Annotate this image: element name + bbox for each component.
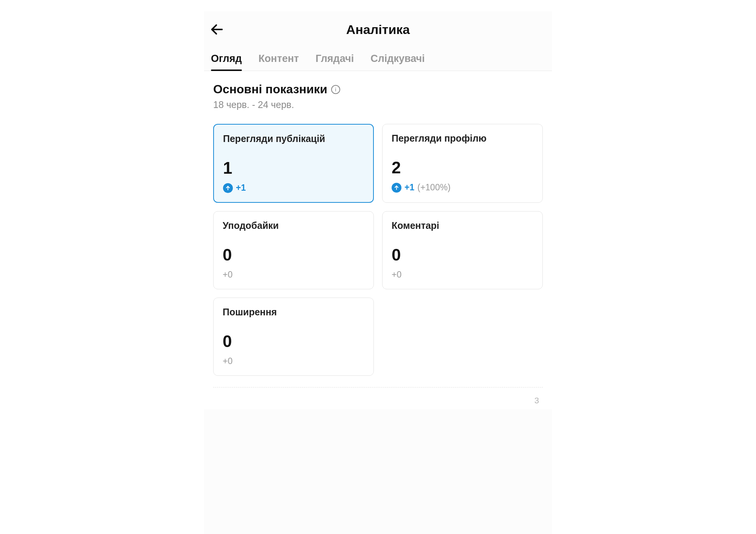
arrow-up-icon: [223, 183, 233, 193]
arrow-up-icon: [392, 183, 401, 193]
header: Аналітика: [204, 11, 552, 50]
arrow-left-icon: [209, 22, 225, 37]
page-title: Аналітика: [346, 22, 410, 37]
metric-value: 0: [392, 245, 533, 264]
metric-delta: +1 (+100%): [392, 182, 533, 193]
metric-card-likes[interactable]: Уподобайки 0 +0: [213, 211, 374, 289]
date-range: 18 черв. - 24 черв.: [213, 99, 543, 110]
metric-delta: +0: [223, 356, 364, 366]
metric-label: Коментарі: [392, 220, 533, 243]
metric-value: 1: [223, 159, 364, 177]
tabs: Огляд Контент Глядачі Слідкувачі: [204, 50, 552, 71]
tab-overview[interactable]: Огляд: [211, 50, 242, 71]
metric-delta: +0: [223, 270, 364, 280]
tab-viewers[interactable]: Глядачі: [316, 50, 354, 71]
metric-card-profile-views[interactable]: Перегляди профілю 2 +1 (+100%): [382, 124, 543, 203]
metric-label: Перегляди профілю: [392, 133, 533, 156]
metrics-grid: Перегляди публікацій 1 +1 Перегляди проф…: [213, 124, 543, 376]
metric-card-post-views[interactable]: Перегляди публікацій 1 +1: [213, 124, 374, 203]
info-icon[interactable]: i: [331, 85, 340, 94]
metric-delta-value: +0: [223, 356, 232, 366]
metric-card-comments[interactable]: Коментарі 0 +0: [382, 211, 543, 289]
metric-delta-value: +1: [236, 183, 246, 193]
metric-delta: +0: [392, 270, 533, 280]
tab-content[interactable]: Контент: [259, 50, 299, 71]
metric-label: Уподобайки: [223, 220, 364, 243]
metric-delta-pct: (+100%): [417, 182, 451, 193]
content-area: Основні показники i 18 черв. - 24 черв. …: [204, 71, 552, 409]
analytics-screen: Аналітика Огляд Контент Глядачі Слідкува…: [204, 11, 552, 534]
metric-delta: +1: [223, 183, 364, 193]
metric-delta-value: +0: [392, 270, 401, 280]
metric-value: 0: [223, 332, 364, 351]
metric-delta-value: +1: [404, 182, 414, 193]
section-title: Основні показники: [213, 82, 327, 96]
metric-delta-value: +0: [223, 270, 232, 280]
back-button[interactable]: [208, 20, 226, 39]
tab-followers[interactable]: Слідкувачі: [370, 50, 425, 71]
metric-value: 2: [392, 158, 533, 177]
section-header: Основні показники i: [213, 82, 543, 96]
metric-value: 0: [223, 245, 364, 264]
metric-label: Перегляди публікацій: [223, 133, 364, 156]
metric-card-shares[interactable]: Поширення 0 +0: [213, 298, 374, 376]
metric-label: Поширення: [223, 306, 364, 330]
page-number: 3: [213, 387, 543, 406]
